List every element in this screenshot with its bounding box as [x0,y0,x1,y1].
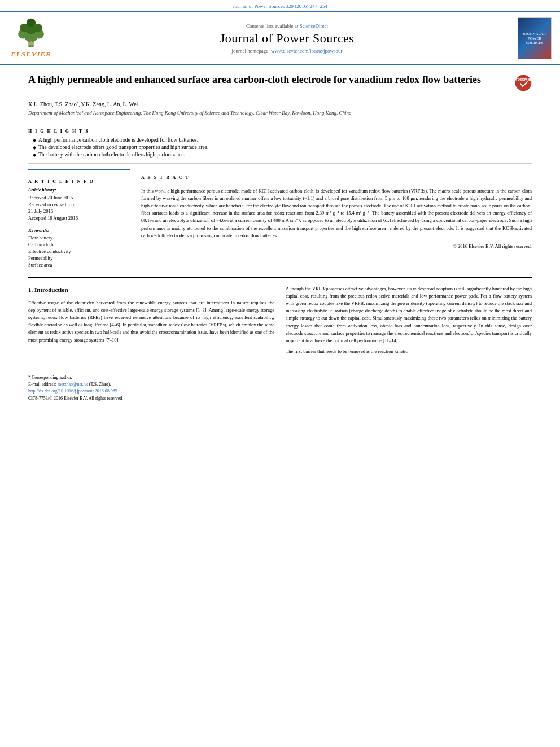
article-title-text: A highly permeable and enhanced surface … [28,73,509,86]
introduction-section: 1. Introduction Effective usage of the e… [28,285,532,359]
copyright-line: © 2016 Elsevier B.V. All rights reserved… [141,243,532,250]
accepted-date: Accepted 19 August 2016 [28,215,130,221]
issn-text: 0378-7753/© 2016 Elsevier B.V. All right… [28,396,532,401]
abstract-text: In this work, a high-performance porous … [141,184,532,250]
keywords-label: Keywords: [28,228,130,233]
received-date: Received 20 June 2016 [28,195,130,200]
received-revised-label: Received in revised form [28,202,130,207]
intro-col2-p2: The first barrier that needs to be remov… [286,348,532,355]
article-title-row: A highly permeable and enhanced surface … [28,73,532,95]
body-divider [28,277,532,278]
bullet-icon-1: ◆ [33,138,36,143]
corresponding-note: * Corresponding author. [28,375,532,380]
abstract-paragraph: In this work, a high-performance porous … [141,187,532,239]
email-note: E-mail address: metzhao@ust.hk (T.S. Zha… [28,382,532,387]
journal-info-center: Contents lists available at ScienceDirec… [62,23,512,54]
top-bar: Journal of Power Sources 329 (2016) 247–… [0,0,560,11]
intro-col2-p1: Although the VRFB possesses attractive a… [286,285,532,344]
keyword-3: Effective conductivity [28,248,130,254]
sciencedirect-link[interactable]: ScienceDirect [300,23,328,29]
page-footer: * Corresponding author. E-mail address: … [28,370,532,401]
bullet-icon-2: ◆ [33,145,36,150]
affiliation: Department of Mechanical and Aerospace E… [28,110,532,116]
crossmark-icon: CrossMark [515,75,532,91]
section-title: 1. Introduction [28,285,274,295]
journal-header: ELSEVIER Contents lists available at Sci… [0,11,560,65]
abstract-section: A B S T R A C T In this work, a high-per… [141,169,532,269]
journal-thumbnail: JOURNAL OF POWER SOURCES [518,17,554,59]
article-history-label: Article history: [28,187,130,193]
highlights-heading: H I G H L I G H T S [28,129,532,134]
journal-title: Journal of Power Sources [62,31,512,46]
abstract-heading: A B S T R A C T [141,175,532,180]
svg-point-8 [29,41,33,45]
divider-1 [28,123,532,123]
keywords-list: Flow battery Carbon cloth Effective cond… [28,235,130,268]
elsevier-logo: ELSEVIER [6,18,56,59]
introduction-col-right: Although the VRFB possesses attractive a… [286,285,532,359]
divider-2 [28,163,532,164]
main-content: A highly permeable and enhanced surface … [0,65,560,409]
journal-citation: Journal of Power Sources 329 (2016) 247–… [233,3,327,9]
elsevier-wordmark: ELSEVIER [11,50,51,59]
intro-col1-p1: Effective usage of the electricity harve… [28,299,274,344]
svg-point-7 [27,19,36,27]
highlight-item-1: ◆ A high performance carbon cloth electr… [33,137,532,143]
journal-cover-image: JOURNAL OF POWER SOURCES [518,17,552,59]
keywords-section: Keywords: Flow battery Carbon cloth Effe… [28,228,130,268]
doi-link[interactable]: http://dx.doi.org/10.1016/j.jpowsour.201… [28,388,532,394]
article-info: A R T I C L E I N F O Article history: R… [28,169,130,269]
info-abstract-row: A R T I C L E I N F O Article history: R… [28,169,532,269]
highlight-item-3: ◆ The battery with the carbon cloth elec… [33,152,532,158]
homepage-url[interactable]: www.elsevier.com/locate/jpowsour [271,48,342,54]
elsevier-tree-icon [11,18,51,49]
highlights-list: ◆ A high performance carbon cloth electr… [33,137,532,158]
keyword-4: Permeability [28,255,130,261]
sciencedirect-label: Contents lists available at ScienceDirec… [62,23,512,29]
keyword-5: Surface area [28,262,130,268]
email-link[interactable]: metzhao@ust.hk [58,382,88,387]
bullet-icon-3: ◆ [33,152,36,158]
revised-date: 21 July 2016 [28,208,130,214]
article-info-heading: A R T I C L E I N F O [28,179,130,184]
crossmark-badge[interactable]: CrossMark [515,75,532,95]
keyword-2: Carbon cloth [28,242,130,247]
keyword-1: Flow battery [28,235,130,241]
svg-text:CrossMark: CrossMark [515,77,532,81]
highlight-item-2: ◆ The developed electrode offers good tr… [33,145,532,150]
authors: X.L. Zhou, T.S. Zhao*, Y.K. Zeng, L. An,… [28,101,532,107]
homepage-label: journal homepage: www.elsevier.com/locat… [62,48,512,54]
introduction-col-left: 1. Introduction Effective usage of the e… [28,285,274,359]
